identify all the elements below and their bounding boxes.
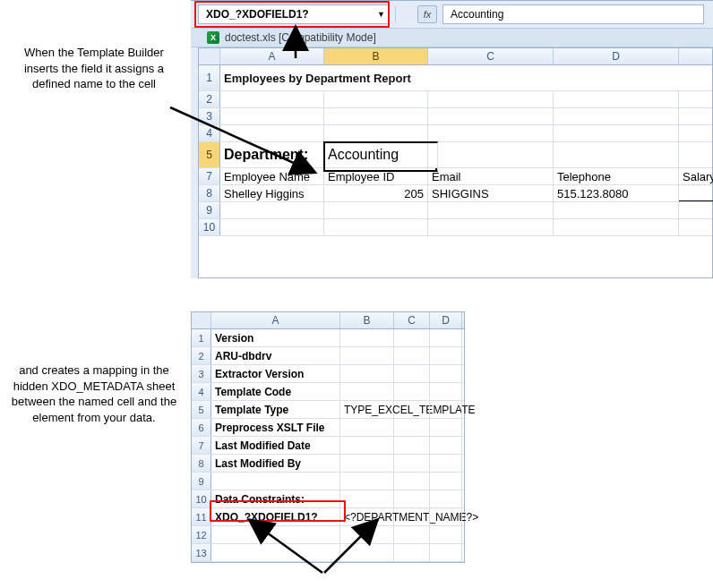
cell[interactable] [394, 455, 430, 472]
cell[interactable] [340, 526, 394, 543]
cell[interactable] [430, 329, 462, 346]
cell[interactable] [554, 91, 679, 107]
cell[interactable]: <?DEPARTMENT_NAME?> [340, 508, 394, 525]
cell[interactable] [430, 383, 462, 400]
department-value-cell[interactable]: Accounting [324, 142, 428, 167]
formula-bar[interactable]: Accounting [442, 4, 704, 24]
cell[interactable] [428, 125, 554, 141]
cell[interactable] [554, 125, 679, 141]
cell[interactable] [394, 401, 430, 418]
cell[interactable] [679, 219, 713, 235]
cell[interactable]: 515.123.8080 [554, 185, 679, 201]
cell[interactable] [428, 91, 554, 107]
row-num[interactable]: 11 [192, 508, 211, 525]
cell[interactable] [430, 365, 462, 382]
row-num[interactable]: 9 [199, 202, 220, 218]
row-num[interactable]: 7 [199, 168, 220, 184]
row-num[interactable]: 13 [192, 544, 211, 561]
row-num[interactable]: 1 [192, 329, 211, 346]
cell[interactable] [340, 455, 394, 472]
cell[interactable] [554, 202, 679, 218]
cell[interactable]: Shelley Higgins [220, 185, 324, 201]
cell[interactable] [428, 108, 554, 124]
select-all-corner[interactable] [192, 312, 211, 328]
cell[interactable] [394, 508, 430, 525]
cell[interactable] [430, 508, 462, 525]
cell[interactable] [554, 219, 679, 235]
cell[interactable] [211, 473, 340, 490]
cell[interactable] [340, 419, 394, 436]
cell[interactable]: Template Code [211, 383, 340, 400]
cell[interactable] [220, 125, 324, 141]
cell[interactable] [394, 329, 430, 346]
name-box[interactable]: XDO_?XDOFIELD1? ▼ [198, 4, 390, 24]
cell[interactable] [220, 108, 324, 124]
cell[interactable] [220, 91, 324, 107]
cell[interactable] [430, 437, 462, 454]
cell[interactable]: ARU-dbdrv [211, 347, 340, 364]
row-num[interactable]: 3 [199, 108, 220, 124]
cell[interactable] [324, 108, 428, 124]
cell[interactable] [340, 347, 394, 364]
col-A[interactable]: A [211, 312, 340, 328]
cell[interactable]: Employee Name [220, 168, 324, 184]
cell[interactable] [394, 473, 430, 490]
cell[interactable] [430, 490, 462, 507]
row-num[interactable]: 3 [192, 365, 211, 382]
row-num[interactable]: 7 [192, 437, 211, 454]
cell[interactable]: Version [211, 329, 340, 346]
fx-icon[interactable]: fx [417, 5, 437, 23]
cell[interactable] [394, 347, 430, 364]
row-num[interactable]: 9 [192, 473, 211, 490]
cell[interactable]: TYPE_EXCEL_TEMPLATE [340, 401, 394, 418]
row-num[interactable]: 5 [199, 142, 220, 167]
cell[interactable] [324, 219, 428, 235]
cell[interactable] [394, 365, 430, 382]
cell[interactable] [324, 202, 428, 218]
cell[interactable]: Template Type [211, 401, 340, 418]
cell[interactable] [554, 142, 679, 167]
cell[interactable] [394, 526, 430, 543]
row-num[interactable]: 10 [192, 490, 211, 507]
cell[interactable] [394, 437, 430, 454]
cell[interactable] [430, 473, 462, 490]
cell[interactable]: Preprocess XSLT File [211, 419, 340, 436]
col-E[interactable] [679, 48, 713, 64]
row-num[interactable]: 8 [199, 185, 220, 201]
col-D[interactable]: D [430, 312, 462, 328]
row-num[interactable]: 5 [192, 401, 211, 418]
row-num[interactable]: 2 [192, 347, 211, 364]
cell[interactable] [211, 526, 340, 543]
cell[interactable]: Last Modified By [211, 455, 340, 472]
row-num[interactable]: 4 [199, 125, 220, 141]
row-num[interactable]: 6 [192, 419, 211, 436]
cell[interactable] [679, 185, 713, 201]
cell[interactable]: Salary [679, 168, 713, 184]
cell[interactable] [430, 401, 462, 418]
cell[interactable] [324, 91, 428, 107]
col-B[interactable]: B [340, 312, 394, 328]
cell[interactable] [220, 219, 324, 235]
cell[interactable]: 205 [324, 185, 428, 201]
cell[interactable] [430, 455, 462, 472]
report-title-cell[interactable]: Employees by Department Report [220, 65, 713, 90]
cell[interactable] [340, 329, 394, 346]
cell[interactable] [324, 125, 428, 141]
cell[interactable] [340, 383, 394, 400]
cell[interactable]: Email [428, 168, 554, 184]
row-num[interactable]: 8 [192, 455, 211, 472]
cell[interactable] [220, 202, 324, 218]
cell[interactable] [679, 91, 713, 107]
cell[interactable] [679, 202, 713, 218]
cell[interactable] [430, 347, 462, 364]
cell[interactable] [340, 365, 394, 382]
row-num[interactable]: 1 [199, 65, 220, 90]
cell[interactable] [679, 125, 713, 141]
cell[interactable] [394, 419, 430, 436]
row-num[interactable]: 10 [199, 219, 220, 235]
cell[interactable] [428, 142, 554, 167]
cell[interactable]: Last Modified Date [211, 437, 340, 454]
cell[interactable] [428, 219, 554, 235]
cell[interactable] [394, 383, 430, 400]
cell[interactable] [679, 142, 713, 167]
